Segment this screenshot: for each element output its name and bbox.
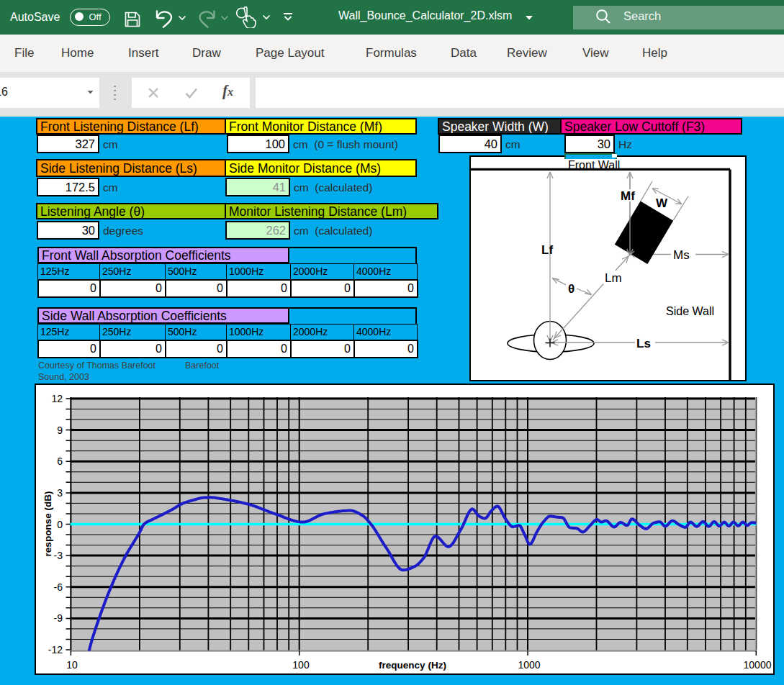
- svg-text:-6: -6: [54, 581, 63, 593]
- svg-text:0: 0: [57, 519, 63, 530]
- svg-text:10: 10: [66, 659, 78, 671]
- svg-text:10000: 10000: [744, 659, 772, 671]
- svg-text:-12: -12: [48, 644, 63, 655]
- svg-text:12: 12: [51, 393, 63, 404]
- svg-text:3: 3: [57, 487, 63, 499]
- svg-text:1000: 1000: [518, 659, 540, 671]
- svg-text:-9: -9: [54, 612, 63, 624]
- svg-text:response (dB): response (dB): [42, 491, 53, 557]
- svg-text:100: 100: [292, 659, 310, 671]
- svg-text:-3: -3: [54, 550, 63, 561]
- svg-text:6: 6: [57, 455, 63, 467]
- svg-text:frequency (Hz): frequency (Hz): [379, 660, 446, 671]
- svg-text:9: 9: [57, 425, 63, 436]
